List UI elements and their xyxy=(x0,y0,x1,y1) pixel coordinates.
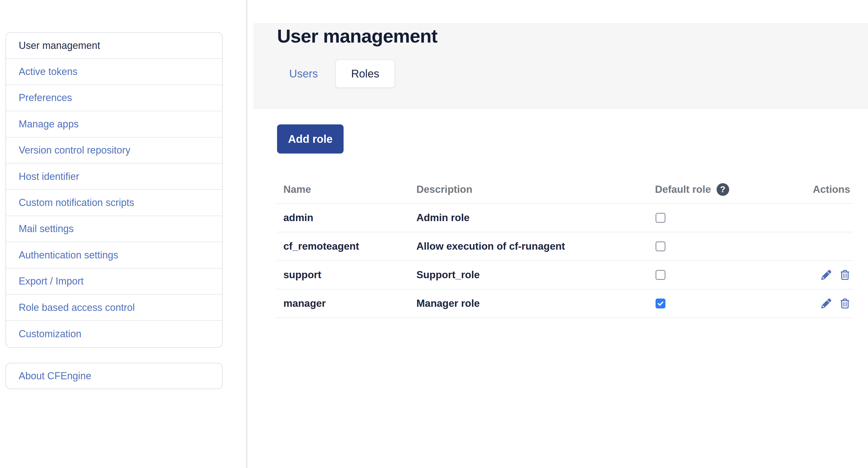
question-circle-icon[interactable]: ? xyxy=(717,183,729,196)
sidebar-item-version-control-repository[interactable]: Version control repository xyxy=(6,138,222,164)
tab-users[interactable]: Users xyxy=(277,59,330,88)
sidebar-item-preferences[interactable]: Preferences xyxy=(6,85,222,111)
delete-role-button[interactable] xyxy=(840,298,850,309)
edit-role-button[interactable] xyxy=(821,298,832,309)
role-name-cell: cf_remoteagent xyxy=(277,241,416,252)
role-description-cell: Manager role xyxy=(416,298,655,309)
cfengine-settings-page: User management Active tokens Preference… xyxy=(0,0,868,468)
actions-cell xyxy=(820,241,853,252)
row-actions xyxy=(821,298,850,309)
default-role-checkbox[interactable] xyxy=(655,213,665,223)
add-role-button[interactable]: Add role xyxy=(277,125,344,154)
sidebar-item-mail-settings[interactable]: Mail settings xyxy=(6,216,222,242)
sidebar-item-export-import[interactable]: Export / Import xyxy=(6,269,222,295)
pencil-icon xyxy=(821,299,831,308)
settings-sidebar: User management Active tokens Preference… xyxy=(5,32,223,348)
sidebar-item-authentication-settings[interactable]: Authentication settings xyxy=(6,242,222,268)
trash-icon xyxy=(840,299,850,308)
actions-cell xyxy=(820,212,853,223)
default-role-cell xyxy=(655,241,820,251)
role-name-cell: manager xyxy=(277,298,416,309)
table-row: manager Manager role xyxy=(277,290,853,318)
table-header-row: Name Description Default role ? Actions xyxy=(277,176,853,204)
row-actions xyxy=(821,270,850,280)
role-description-cell: Support_role xyxy=(416,269,655,281)
column-header-default-role-label: Default role xyxy=(655,184,711,195)
column-header-actions: Actions xyxy=(820,184,853,195)
column-header-name: Name xyxy=(277,184,416,195)
default-role-checkbox[interactable] xyxy=(655,241,665,251)
edit-role-button[interactable] xyxy=(821,270,832,280)
table-row: cf_remoteagent Allow execution of cf-run… xyxy=(277,232,853,261)
sidebar-item-custom-notification-scripts[interactable]: Custom notification scripts xyxy=(6,190,222,216)
roles-table: Name Description Default role ? Actions … xyxy=(277,176,853,318)
tab-bar: Users Roles xyxy=(277,59,395,88)
role-description-cell: Allow execution of cf-runagent xyxy=(416,241,655,252)
column-header-description: Description xyxy=(416,184,655,195)
trash-icon xyxy=(840,270,850,280)
default-role-checkbox[interactable] xyxy=(655,299,665,308)
tab-roles[interactable]: Roles xyxy=(335,59,395,88)
column-header-default-role: Default role ? xyxy=(655,183,820,196)
sidebar-item-active-tokens[interactable]: Active tokens xyxy=(6,59,222,85)
sidebar-item-manage-apps[interactable]: Manage apps xyxy=(6,111,222,137)
sidebar-item-host-identifier[interactable]: Host identifier xyxy=(6,164,222,190)
actions-cell xyxy=(820,298,853,309)
sidebar-divider xyxy=(246,0,247,468)
sidebar-item-user-management[interactable]: User management xyxy=(6,33,222,59)
default-role-cell xyxy=(655,270,820,280)
table-row: support Support_role xyxy=(277,261,853,290)
default-role-cell xyxy=(655,299,820,308)
page-header: User management Users Roles xyxy=(253,23,868,109)
page-title: User management xyxy=(277,25,437,47)
delete-role-button[interactable] xyxy=(840,270,850,280)
default-role-checkbox[interactable] xyxy=(655,270,665,280)
role-name-cell: admin xyxy=(277,212,416,224)
sidebar-item-customization[interactable]: Customization xyxy=(6,321,222,347)
checkmark-icon xyxy=(657,300,664,307)
actions-cell xyxy=(820,270,853,280)
sidebar-item-about-cfengine[interactable]: About CFEngine xyxy=(6,363,222,389)
role-name-cell: support xyxy=(277,269,416,281)
about-card: About CFEngine xyxy=(5,363,223,389)
role-description-cell: Admin role xyxy=(416,212,655,224)
pencil-icon xyxy=(821,270,831,280)
table-row: admin Admin role xyxy=(277,204,853,232)
default-role-cell xyxy=(655,213,820,223)
sidebar-item-role-based-access-control[interactable]: Role based access control xyxy=(6,295,222,321)
